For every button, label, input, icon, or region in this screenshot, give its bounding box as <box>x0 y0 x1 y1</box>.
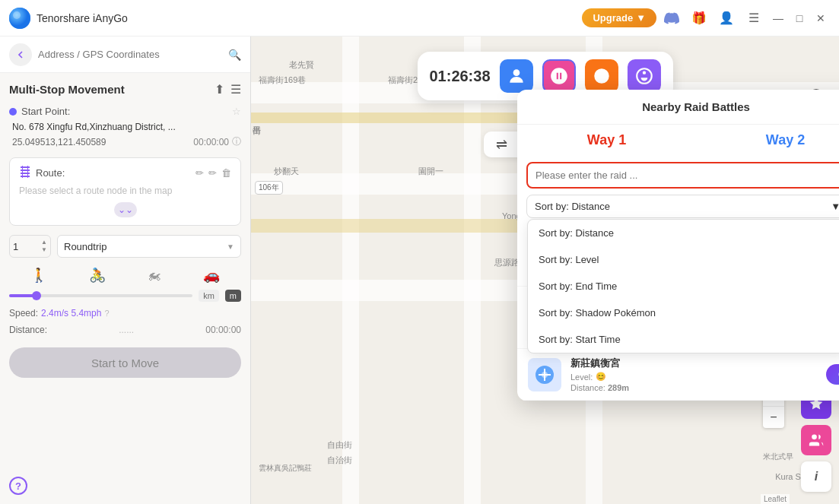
car-icon[interactable]: 🚗 <box>203 267 220 284</box>
titlebar: Tenorshare iAnyGo Upgrade ▼ 🎁 👤 ☰ — □ ✕ <box>0 0 839 36</box>
sort-option-distance[interactable]: Sort by: Distance <box>528 220 839 246</box>
game-timer: 01:26:38 <box>429 68 490 85</box>
zoom-out-button[interactable]: − <box>763 407 784 428</box>
m-toggle[interactable]: m <box>225 290 241 302</box>
search-bar: 🔍 <box>0 36 250 73</box>
svg-point-2 <box>513 69 520 76</box>
way2-tab[interactable]: Way 2 <box>696 125 839 156</box>
bookmark-icon[interactable]: ☆ <box>232 106 241 117</box>
game-icon-3[interactable] <box>585 59 618 93</box>
svg-point-14 <box>812 435 817 440</box>
sort-option-shadow[interactable]: Sort by: Shadow Pokémon <box>528 300 839 326</box>
search-icon[interactable]: 🔍 <box>228 49 241 61</box>
distance-row: Distance: ...... 00:00:00 <box>9 325 241 335</box>
sort-option-starttime[interactable]: Sort by: Start Time <box>528 326 839 353</box>
raid-item-3: 新莊鎮衡宮 Level: 😊 Distance: 289m Go <box>517 349 839 401</box>
start-to-move-button[interactable]: Start to Move <box>9 347 241 378</box>
road-badge: 106年 <box>255 181 283 195</box>
raid-name-3: 新莊鎮衡宮 <box>570 357 817 370</box>
coords-text: 25.049513,121.450589 <box>12 137 106 147</box>
trip-mode-select[interactable]: Roundtrip ▼ <box>57 235 241 258</box>
sort-option-level[interactable]: Sort by: Level <box>528 246 839 273</box>
game-icon-2[interactable] <box>542 59 576 93</box>
tool-swap-icon[interactable]: ⇌ <box>496 136 507 153</box>
svg-point-0 <box>9 8 30 29</box>
edit-icon[interactable]: ✏ <box>195 167 204 179</box>
loop-count-input[interactable]: 1 ▲ ▼ <box>9 235 51 258</box>
svg-point-1 <box>13 11 21 19</box>
distance-value: ...... <box>119 325 134 335</box>
maximize-button[interactable]: □ <box>790 9 809 27</box>
road-vertical-2 <box>464 36 481 504</box>
sort-row: Sort by: Distance ▼ Sort by: Distance So… <box>517 195 839 224</box>
sort-arrow-icon: ▼ <box>831 201 839 212</box>
increment-arrow[interactable]: ▲ <box>41 239 47 246</box>
map-label-beishi: 米北式早 <box>763 452 793 462</box>
start-point-label: Start Point: <box>21 106 70 117</box>
info-icon[interactable]: ⓘ <box>232 135 241 148</box>
gift-icon[interactable]: 🎁 <box>687 6 711 30</box>
raid-icon-3 <box>528 358 561 391</box>
game-icon-4[interactable] <box>628 59 661 93</box>
panel-header: Multi-Stop Movement ⬆ ☰ <box>9 82 241 97</box>
distance-time: 00:00:00 <box>205 325 241 335</box>
help-button[interactable]: ? <box>9 477 27 495</box>
upgrade-button[interactable]: Upgrade ▼ <box>582 8 656 27</box>
user-icon[interactable]: 👤 <box>714 6 739 30</box>
svg-point-21 <box>542 372 548 378</box>
transport-row: 🚶 🚴 🏍 🚗 <box>9 267 241 284</box>
route-box: 🛤 Route: ✏ ✏ 🗑 Please select a route nod… <box>9 157 241 226</box>
raid-search-input[interactable] <box>535 170 835 181</box>
address-text: No. 678 Xingfu Rd,Xinzhuang District, ..… <box>9 122 241 132</box>
game-icon-1[interactable] <box>500 59 533 93</box>
panel-title: Multi-Stop Movement <box>9 83 125 96</box>
expand-route-button[interactable]: ⌄⌄ <box>114 202 137 217</box>
map-label-ziyou: 自由街 <box>327 439 352 451</box>
sort-option-endtime[interactable]: Sort by: End Time <box>528 273 839 300</box>
leaflet-attribution: Leaflet <box>761 494 790 504</box>
left-panel: 🔍 Multi-Stop Movement ⬆ ☰ Start Point: ☆… <box>0 36 251 504</box>
loop-count-value: 1 <box>13 241 18 252</box>
decrement-arrow[interactable]: ▼ <box>41 246 47 254</box>
level-emoji-3: 😊 <box>596 372 606 382</box>
pencil-icon[interactable]: ✏ <box>208 167 217 179</box>
route-placeholder: Please select a route node in the map <box>19 185 231 196</box>
svg-point-4 <box>598 73 605 80</box>
motorcycle-icon[interactable]: 🏍 <box>148 268 161 284</box>
modal-title: Nearby Raid Battles <box>642 100 750 113</box>
app-name: Tenorshare iAnyGo <box>37 12 128 24</box>
bike-icon[interactable]: 🚴 <box>89 267 106 284</box>
delete-route-icon[interactable]: 🗑 <box>221 167 231 179</box>
menu-icon[interactable]: ☰ <box>742 6 766 30</box>
go-button-3[interactable]: Go <box>826 364 839 385</box>
speed-slider-row: km m <box>9 290 241 302</box>
km-toggle[interactable]: km <box>199 290 219 302</box>
map-label-老先賢: 老先賢 <box>289 59 314 71</box>
speed-help-icon[interactable]: ? <box>104 309 109 318</box>
map-label-zizhi: 自治街 <box>327 455 352 466</box>
search-input[interactable] <box>38 49 222 60</box>
sort-dropdown[interactable]: Sort by: Distance ▼ Sort by: Distance So… <box>526 195 839 218</box>
share-icon[interactable]: ⬆ <box>215 82 224 97</box>
sidebar-info-icon[interactable]: i <box>801 461 831 492</box>
sort-label: Sort by: Distance <box>535 201 610 212</box>
back-button[interactable] <box>9 43 32 66</box>
close-button[interactable]: ✕ <box>812 9 830 27</box>
raid-info-3: 新莊鎮衡宮 Level: 😊 Distance: 289m <box>570 357 817 392</box>
walk-icon[interactable]: 🚶 <box>30 267 47 284</box>
bookmark-list-icon[interactable]: ☰ <box>230 82 241 97</box>
distance-label: Distance: <box>9 325 47 335</box>
map[interactable]: 福壽街169巷 福壽街202巷 園開⼀ 昌平街 老先賢 Touqian Rd 思… <box>251 36 839 504</box>
minimize-button[interactable]: — <box>769 9 787 27</box>
sidebar-pink-button[interactable] <box>801 425 831 455</box>
speed-slider[interactable] <box>9 294 192 297</box>
panel-content: Multi-Stop Movement ⬆ ☰ Start Point: ☆ N… <box>0 73 250 504</box>
route-label: Route: <box>36 167 65 179</box>
modal-header: Nearby Raid Battles ✕ <box>517 90 839 125</box>
discord-icon[interactable] <box>659 6 684 30</box>
trip-mode-label: Roundtrip <box>64 241 106 252</box>
raid-search-box: 🔍 <box>526 162 839 189</box>
way1-tab[interactable]: Way 1 <box>517 125 696 156</box>
raid-dist-3: Distance: 289m <box>570 383 817 392</box>
route-header: 🛤 Route: ✏ ✏ 🗑 <box>19 166 231 179</box>
